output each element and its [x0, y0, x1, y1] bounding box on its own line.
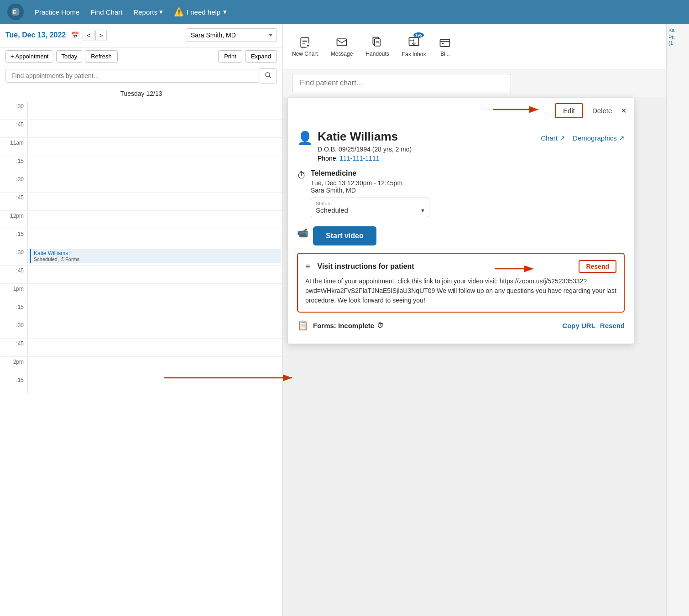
- status-select[interactable]: Status Scheduled ▾: [311, 198, 429, 217]
- visit-instructions-header: ≡ Visit instructions for patient Resend: [305, 260, 616, 273]
- new-chart-button[interactable]: New Chart: [292, 36, 318, 57]
- message-button[interactable]: Message: [331, 36, 353, 57]
- svg-rect-10: [337, 39, 347, 46]
- message-label: Message: [331, 51, 353, 57]
- nav-reports[interactable]: Reports ▾: [133, 8, 163, 16]
- nav-help[interactable]: ⚠️ I need help ▾: [174, 7, 227, 17]
- time-slot-1115: :15: [0, 156, 282, 174]
- edit-button[interactable]: Edit: [555, 103, 583, 118]
- start-video-button[interactable]: Start video: [313, 226, 376, 245]
- calendar-day-header: Tuesday 12/13: [0, 86, 282, 101]
- patient-header: 👤 Katie Williams Chart ↗ Demographics ↗ …: [297, 130, 625, 162]
- search-icon: [265, 72, 272, 79]
- popup-header: Edit Delete ×: [288, 98, 634, 122]
- demographics-link[interactable]: Demographics ↗: [573, 134, 625, 142]
- new-chart-icon: [298, 36, 311, 49]
- provider-select[interactable]: Sara Smith, MD: [186, 28, 277, 42]
- time-slot-1230[interactable]: :30 Katie Williams Scheduled, ⏱Forms: [0, 247, 282, 266]
- svg-rect-12: [375, 39, 380, 46]
- appointment-search-button[interactable]: [260, 68, 277, 84]
- time-slot-1300: 1pm: [0, 284, 282, 302]
- telemedicine-section: ⏱ Telemedicine Tue, Dec 13 12:30pm - 12:…: [297, 169, 625, 217]
- appointment-item[interactable]: Katie Williams Scheduled, ⏱Forms: [30, 249, 281, 263]
- time-slot-1200: 12pm: [0, 211, 282, 229]
- forms-resend-button[interactable]: Resend: [600, 322, 625, 329]
- popup-body: 👤 Katie Williams Chart ↗ Demographics ↗ …: [288, 122, 634, 344]
- print-button[interactable]: Print: [218, 50, 242, 63]
- handouts-button[interactable]: Handouts: [365, 36, 389, 57]
- refresh-button[interactable]: Refresh: [85, 50, 118, 63]
- appointment-provider: Sara Smith, MD: [311, 187, 625, 194]
- fax-inbox-button[interactable]: 195 Fax Inbox: [402, 35, 426, 57]
- patient-name-block: Katie Williams Chart ↗ Demographics ↗ D.…: [318, 130, 625, 162]
- time-slot-1245: :45: [0, 266, 282, 284]
- toolbar-row1: Tue, Dec 13, 2022 📅 < > Sara Smith, MD: [0, 24, 282, 47]
- billing-label: Bi...: [440, 51, 450, 57]
- partial-right-panel: Ka Ph (1: [666, 24, 689, 616]
- find-chart-input[interactable]: [292, 74, 511, 92]
- start-video-row: 📹 Start video: [297, 226, 625, 245]
- top-navigation: E Practice Home Find Chart Reports ▾ ⚠️ …: [0, 0, 689, 24]
- nav-practice-home[interactable]: Practice Home: [35, 8, 79, 16]
- time-slot-1315: :15: [0, 302, 282, 320]
- nav-find-chart[interactable]: Find Chart: [90, 8, 122, 16]
- visit-instructions-box: ≡ Visit instructions for patient Resend …: [297, 253, 625, 313]
- time-slot-1415: :15: [0, 375, 282, 393]
- forms-icon: 📋: [297, 320, 308, 331]
- visit-instructions-title: Visit instructions for patient: [318, 262, 414, 271]
- appointment-popup: Edit Delete × 👤 Katie Williams Chart: [287, 97, 634, 344]
- status-label: Status: [316, 201, 330, 206]
- message-icon: [335, 36, 348, 49]
- patient-name: Katie Williams: [318, 130, 398, 144]
- svg-line-2: [269, 76, 271, 78]
- chart-link[interactable]: Chart ↗: [541, 134, 565, 142]
- svg-rect-9: [308, 44, 308, 47]
- current-date: Tue, Dec 13, 2022: [5, 31, 66, 39]
- telemedicine-content: Telemedicine Tue, Dec 13 12:30pm - 12:45…: [311, 169, 625, 217]
- appointment-search-bar: [0, 66, 282, 86]
- add-appointment-button[interactable]: + Appointment: [5, 50, 53, 63]
- svg-rect-19: [442, 42, 444, 44]
- delete-button[interactable]: Delete: [592, 107, 612, 115]
- svg-point-1: [266, 73, 270, 77]
- patient-links: Chart ↗ Demographics ↗: [541, 134, 625, 142]
- visit-instructions-container: ≡ Visit instructions for patient Resend …: [297, 253, 625, 313]
- telemedicine-title: Telemedicine: [311, 169, 625, 177]
- status-dropdown-icon: ▾: [421, 207, 424, 214]
- app-logo[interactable]: E: [7, 4, 24, 20]
- reports-arrow-icon: ▾: [159, 8, 163, 16]
- time-slot-1145: :45: [0, 193, 282, 211]
- next-date-button[interactable]: >: [95, 30, 107, 41]
- forms-clock-icon: ⏱: [377, 322, 383, 329]
- fax-badge: 195: [413, 32, 424, 38]
- appointment-status-text: Scheduled, ⏱Forms: [34, 256, 278, 262]
- help-arrow-icon: ▾: [223, 8, 227, 16]
- today-button[interactable]: Today: [56, 50, 82, 63]
- copy-url-button[interactable]: Copy URL: [562, 322, 595, 329]
- time-slot-1130: :30: [0, 174, 282, 193]
- partial-text-3: (1: [668, 40, 687, 46]
- telemedicine-icon: ⏱: [297, 170, 306, 181]
- billing-button[interactable]: Bi...: [438, 36, 451, 57]
- calendar-icon[interactable]: 📅: [71, 31, 79, 39]
- expand-button[interactable]: Expand: [245, 50, 277, 63]
- partial-right-content: Ka Ph (1: [667, 24, 689, 49]
- patient-avatar-icon: 👤: [297, 131, 313, 146]
- date-nav-arrows: < >: [83, 30, 107, 41]
- warning-icon: ⚠️: [174, 7, 184, 17]
- billing-icon: [438, 36, 451, 49]
- prev-date-button[interactable]: <: [83, 30, 94, 41]
- time-slot-1330: :30: [0, 320, 282, 339]
- visit-instructions-text: At the time of your appointment, click t…: [305, 277, 616, 305]
- partial-text-1: Ka: [668, 27, 687, 33]
- visit-instructions-resend-button[interactable]: Resend: [579, 260, 616, 273]
- appointment-datetime: Tue, Dec 13 12:30pm - 12:45pm: [311, 179, 625, 187]
- start-video-label: Start video: [326, 232, 364, 240]
- close-popup-button[interactable]: ×: [621, 105, 626, 116]
- appointment-search-input[interactable]: [5, 69, 260, 83]
- time-slot-1045: :45: [0, 120, 282, 138]
- toolbar-row2: + Appointment Today Refresh Print Expand: [0, 47, 282, 66]
- time-slot-1100: 11am: [0, 138, 282, 156]
- visit-instructions-icon: ≡: [305, 262, 310, 271]
- forms-label: Forms: Incomplete ⏱: [313, 322, 558, 329]
